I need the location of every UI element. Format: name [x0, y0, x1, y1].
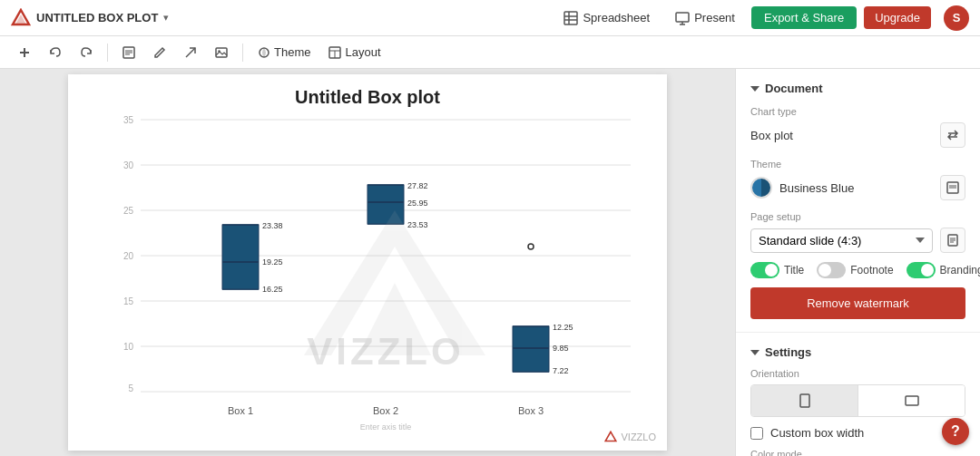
- theme-label: Theme: [750, 159, 965, 170]
- upgrade-button[interactable]: Upgrade: [864, 6, 931, 29]
- orientation-portrait-button[interactable]: [751, 385, 858, 416]
- svg-line-15: [186, 48, 195, 57]
- chart-svg[interactable]: 35 30 25 20 15 10 5 Enter axis title: [68, 102, 667, 437]
- watermark-text: VIZZLO: [307, 330, 464, 373]
- page-setup-row: Standard slide (4:3) Widescreen (16:9) A…: [750, 228, 965, 253]
- main: Untitled Box plot 35 30 25 20: [0, 69, 980, 456]
- box3-label-median: 9.85: [553, 344, 569, 353]
- x-axis-title[interactable]: Enter axis title: [360, 422, 412, 432]
- custom-box-width-row: Custom box width: [750, 426, 965, 440]
- branding-toggle-thumb: [921, 264, 934, 277]
- present-label: Present: [694, 11, 735, 24]
- app-title: UNTITLED BOX PLOT: [36, 11, 158, 24]
- orientation-buttons: [750, 384, 965, 417]
- arrow-icon: [184, 46, 197, 59]
- box1-label-median: 19.25: [262, 257, 283, 267]
- slide[interactable]: Untitled Box plot 35 30 25 20: [68, 74, 667, 451]
- ytick-15: 15: [123, 296, 134, 306]
- page-setup-label: Page setup: [750, 211, 965, 222]
- custom-box-width-checkbox[interactable]: [750, 427, 763, 440]
- theme-row: Business Blue: [750, 175, 965, 200]
- document-header[interactable]: Document: [750, 82, 965, 95]
- theme-edit-button[interactable]: [940, 175, 965, 200]
- settings-header[interactable]: Settings: [750, 345, 965, 359]
- box3-label-q3: 12.25: [553, 323, 573, 332]
- theme-icon: [258, 46, 270, 59]
- document-collapse-icon: [750, 84, 760, 93]
- title-dropdown-arrow[interactable]: ▾: [163, 12, 169, 24]
- spreadsheet-icon: [564, 11, 578, 25]
- theme-button[interactable]: Theme: [250, 43, 318, 62]
- settings-label: Settings: [765, 345, 811, 359]
- ytick-25: 25: [123, 206, 134, 216]
- branding-toggle[interactable]: [906, 262, 936, 278]
- right-panel: Document Chart type Box plot Theme Busin…: [735, 69, 980, 456]
- orientation-row: Orientation: [750, 368, 965, 417]
- orientation-landscape-button[interactable]: [858, 385, 965, 416]
- arrow-button[interactable]: [177, 44, 204, 62]
- box2-label-median: 25.95: [407, 199, 428, 208]
- image-button[interactable]: [208, 44, 235, 62]
- ytick-30: 30: [123, 160, 134, 170]
- page-setup-select[interactable]: Standard slide (4:3) Widescreen (16:9) A…: [750, 228, 933, 253]
- toolbar: Theme Layout: [0, 36, 980, 69]
- svg-marker-25: [606, 432, 616, 441]
- export-share-button[interactable]: Export & Share: [751, 6, 857, 29]
- separator-2: [242, 44, 243, 62]
- orientation-label: Orientation: [750, 368, 965, 379]
- image-icon: [215, 46, 228, 59]
- vizzlo-logo-icon: [11, 8, 31, 28]
- box1-x-label: Box 1: [228, 405, 253, 416]
- avatar[interactable]: S: [944, 5, 969, 31]
- pen-button[interactable]: [146, 44, 173, 62]
- footnote-toggle-label: Footnote: [850, 264, 893, 277]
- pen-icon: [153, 46, 166, 59]
- footnote-toggle-item: Footnote: [817, 262, 893, 278]
- page-setup-icon-btn[interactable]: [940, 228, 965, 253]
- svg-rect-36: [906, 396, 918, 405]
- box1-label-q3: 23.38: [262, 221, 283, 230]
- title-toggle-label: Title: [784, 264, 804, 277]
- redo-icon: [80, 46, 93, 59]
- layout-button[interactable]: Layout: [321, 43, 387, 62]
- spreadsheet-button[interactable]: Spreadsheet: [554, 7, 659, 29]
- chart-type-value: Box plot: [750, 129, 793, 142]
- present-icon: [675, 11, 690, 25]
- undo-button[interactable]: [42, 44, 69, 62]
- branding-toggle-item: Branding: [906, 262, 980, 278]
- theme-name: Business Blue: [779, 181, 933, 195]
- layout-icon: [328, 46, 341, 59]
- landscape-icon: [904, 393, 920, 409]
- title-toggle-thumb: [765, 264, 778, 277]
- canvas-area[interactable]: Untitled Box plot 35 30 25 20: [0, 69, 735, 456]
- footnote-toggle[interactable]: [817, 262, 846, 278]
- edit-theme-icon: [946, 181, 959, 194]
- svg-rect-6: [676, 13, 689, 22]
- edit-button[interactable]: [115, 44, 142, 62]
- title-toggle[interactable]: [750, 262, 779, 278]
- add-button[interactable]: [11, 44, 38, 62]
- remove-watermark-button[interactable]: Remove watermark: [750, 287, 965, 319]
- chart-type-change-button[interactable]: [940, 122, 965, 148]
- redo-button[interactable]: [73, 44, 100, 62]
- ytick-10: 10: [123, 342, 134, 352]
- svg-rect-35: [800, 394, 809, 407]
- svg-marker-26: [750, 86, 760, 92]
- add-icon: [18, 46, 31, 59]
- separator-1: [107, 44, 108, 62]
- box3-label-q1: 7.22: [553, 366, 569, 375]
- custom-box-width-label: Custom box width: [770, 426, 864, 440]
- box3-x-label: Box 3: [518, 405, 544, 416]
- theme-label: Theme: [274, 45, 310, 59]
- help-button[interactable]: ?: [942, 418, 969, 445]
- vizzlo-brand: VIZZLO: [604, 431, 656, 443]
- box1-rect[interactable]: [222, 225, 259, 289]
- document-section: Document Chart type Box plot Theme Busin…: [736, 69, 980, 333]
- layout-label: Layout: [345, 45, 380, 59]
- box1-label-q1: 16.25: [262, 285, 283, 294]
- footnote-toggle-thumb: [818, 264, 831, 277]
- spreadsheet-label: Spreadsheet: [583, 11, 650, 24]
- box2-x-label: Box 2: [373, 405, 398, 416]
- theme-color-circle: [750, 177, 772, 199]
- present-button[interactable]: Present: [666, 7, 744, 29]
